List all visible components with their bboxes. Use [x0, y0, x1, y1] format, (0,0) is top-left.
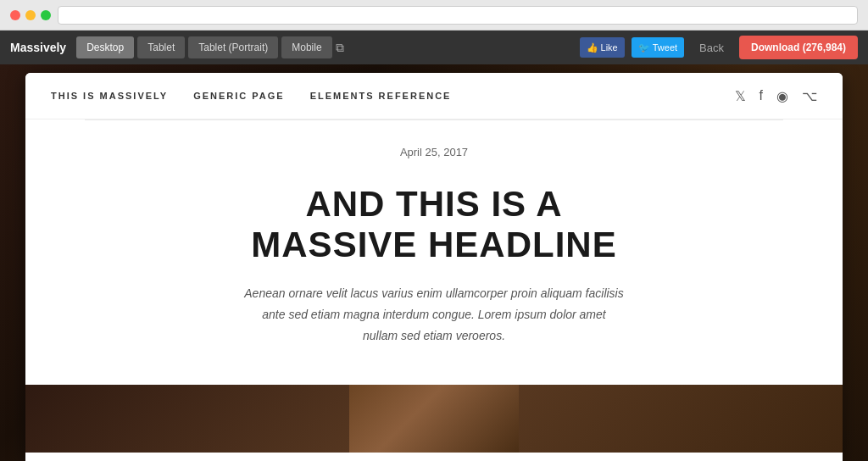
preview-container: THIS IS MASSIVELY GENERIC PAGE ELEMENTS …: [0, 64, 868, 461]
headline-line2: MASSIVE HEADLINE: [102, 225, 766, 265]
site-content: April 25, 2017 AND THIS IS A MASSIVE HEA…: [25, 119, 843, 385]
elements-reference-link[interactable]: ELEMENTS REFERENCE: [310, 91, 452, 101]
tweet-button[interactable]: 🐦 Tweet: [632, 37, 684, 58]
post-excerpt: Aenean ornare velit lacus varius enim ul…: [243, 283, 625, 369]
featured-image: [349, 385, 519, 453]
toolbar: Massively Desktop Tablet Tablet (Portrai…: [0, 31, 868, 64]
fb-icon: 👍: [587, 42, 598, 53]
facebook-like-button[interactable]: 👍 Like: [580, 37, 625, 58]
address-bar[interactable]: [58, 6, 858, 25]
bottom-image-strip: [25, 385, 843, 453]
twitter-nav-icon[interactable]: 𝕏: [735, 88, 746, 104]
site-nav-icons: 𝕏 f ◉ ⌥: [735, 88, 817, 104]
headline-line1: AND THIS IS A: [102, 184, 766, 225]
site-brand[interactable]: THIS IS MASSIVELY: [51, 91, 168, 101]
download-button[interactable]: Download (276,984): [739, 36, 858, 59]
facebook-nav-icon[interactable]: f: [760, 88, 763, 103]
external-link-icon[interactable]: ⧉: [336, 41, 344, 55]
site-nav-links: GENERIC PAGE ELEMENTS REFERENCE: [193, 91, 734, 101]
minimize-button[interactable]: [25, 10, 36, 20]
toolbar-right: 👍 Like 🐦 Tweet Back Download (276,984): [580, 36, 858, 59]
generic-page-link[interactable]: GENERIC PAGE: [193, 91, 285, 101]
browser-chrome: [0, 0, 868, 31]
site-navigation: THIS IS MASSIVELY GENERIC PAGE ELEMENTS …: [25, 73, 843, 119]
browser-frame: THIS IS MASSIVELY GENERIC PAGE ELEMENTS …: [25, 73, 843, 461]
desktop-button[interactable]: Desktop: [76, 36, 134, 58]
instagram-nav-icon[interactable]: ◉: [776, 88, 788, 104]
post-date: April 25, 2017: [85, 119, 783, 175]
tablet-button[interactable]: Tablet: [137, 36, 185, 58]
back-button[interactable]: Back: [691, 39, 732, 57]
traffic-lights: [10, 10, 51, 20]
twitter-icon: 🐦: [638, 42, 650, 53]
post-headline: AND THIS IS A MASSIVE HEADLINE: [51, 175, 817, 283]
tablet-portrait-button[interactable]: Tablet (Portrait): [188, 36, 278, 58]
mobile-button[interactable]: Mobile: [281, 36, 331, 58]
close-button[interactable]: [10, 10, 20, 20]
maximize-button[interactable]: [41, 10, 51, 20]
github-nav-icon[interactable]: ⌥: [802, 88, 817, 104]
toolbar-brand: Massively: [10, 41, 66, 54]
